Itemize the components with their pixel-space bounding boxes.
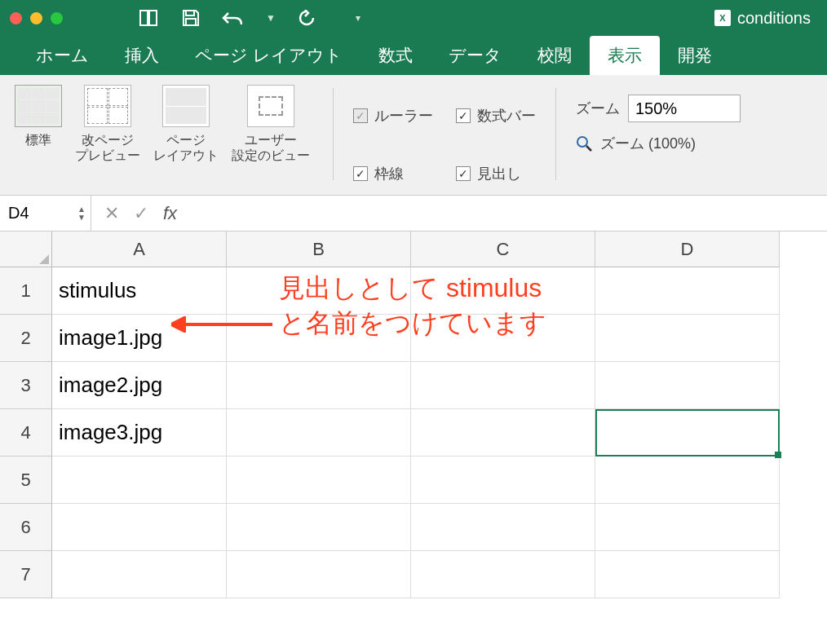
pagelayout-view-icon — [162, 85, 210, 127]
annotation-line1: 見出しとして stimulus — [279, 271, 546, 306]
cell-C3[interactable] — [411, 362, 595, 409]
row-header-3[interactable]: 3 — [0, 362, 52, 409]
enter-icon[interactable]: ✓ — [134, 203, 148, 224]
ribbon-tabs: ホーム 挿入 ページ レイアウト 数式 データ 校閲 表示 開発 — [0, 36, 827, 75]
column-header-C[interactable]: C — [411, 232, 595, 267]
view-pagebreak-label: 改ページ プレビュー — [75, 132, 140, 163]
autosave-icon[interactable] — [139, 9, 160, 27]
zoom-window-button[interactable] — [51, 12, 63, 24]
tab-page-layout[interactable]: ページ レイアウト — [177, 36, 360, 75]
cell-D1[interactable] — [595, 267, 780, 315]
row-header-5[interactable]: 5 — [0, 457, 52, 504]
column-header-B[interactable]: B — [227, 232, 411, 267]
zoom-group: ズーム ズーム (100%) — [576, 82, 741, 195]
row-header-2[interactable]: 2 — [0, 315, 52, 362]
cell-D6[interactable] — [595, 504, 780, 551]
formula-bar: D4 ▲▼ ✕ ✓ fx — [0, 196, 827, 232]
tab-formulas[interactable]: 数式 — [360, 36, 431, 75]
cell-A6[interactable] — [52, 504, 227, 551]
view-pagebreak-button[interactable]: 改ページ プレビュー — [72, 82, 144, 195]
headings-label: 見出し — [477, 164, 521, 183]
zoom-reset-label: ズーム (100%) — [600, 134, 696, 153]
cell-A7[interactable] — [52, 551, 227, 598]
cell-A3[interactable]: image2.jpg — [52, 362, 227, 409]
cell-C7[interactable] — [411, 551, 595, 598]
quick-access-toolbar: ▼ ▾ — [139, 8, 360, 28]
column-header-D[interactable]: D — [595, 232, 780, 267]
fx-icon[interactable]: fx — [163, 203, 177, 224]
formula-input[interactable] — [190, 196, 827, 231]
cancel-icon[interactable]: ✕ — [104, 203, 119, 224]
row-header-7[interactable]: 7 — [0, 551, 52, 598]
cell-D4-selected[interactable] — [595, 409, 780, 457]
cell-D3[interactable] — [595, 362, 780, 409]
ruler-label: ルーラー — [374, 106, 433, 126]
annotation-line2: と名前をつけています — [279, 306, 546, 341]
undo-dropdown-icon[interactable]: ▼ — [266, 12, 276, 24]
gridlines-label: 枠線 — [374, 164, 404, 183]
view-custom-button[interactable]: ユーザー 設定のビュー — [228, 82, 313, 195]
ribbon-separator — [333, 88, 334, 180]
column-headers: A B C D — [52, 232, 780, 267]
save-icon[interactable] — [181, 8, 201, 28]
tab-home[interactable]: ホーム — [18, 36, 107, 75]
cell-B3[interactable] — [227, 362, 411, 409]
cell-B6[interactable] — [227, 504, 411, 551]
cell-D5[interactable] — [595, 457, 780, 504]
row-headers: 1 2 3 4 5 6 7 — [0, 267, 52, 598]
minimize-window-button[interactable] — [30, 12, 42, 24]
cell-B4[interactable] — [227, 409, 411, 457]
tab-review[interactable]: 校閲 — [520, 36, 590, 75]
ruler-checkbox[interactable]: ✓ルーラー — [353, 95, 433, 138]
headings-checkbox[interactable]: ✓見出し — [456, 152, 536, 196]
cell-D7[interactable] — [595, 551, 780, 598]
excel-file-icon: X — [714, 10, 731, 26]
cell-reference: D4 — [8, 204, 29, 223]
cell-C6[interactable] — [411, 504, 595, 551]
cell-A4[interactable]: image3.jpg — [52, 409, 227, 457]
close-window-button[interactable] — [10, 12, 22, 24]
cell-D2[interactable] — [595, 315, 780, 362]
undo-icon[interactable] — [222, 10, 245, 26]
cell-A1[interactable]: stimulus — [52, 267, 227, 315]
tab-insert[interactable]: 挿入 — [107, 36, 177, 75]
cell-C4[interactable] — [411, 409, 595, 457]
document-title-area: X conditions — [714, 9, 811, 28]
cell-A5[interactable] — [52, 457, 227, 504]
annotation-arrow — [171, 316, 276, 333]
view-pagelayout-button[interactable]: ページ レイアウト — [150, 82, 222, 195]
view-custom-label: ユーザー 設定のビュー — [232, 132, 310, 163]
row-header-1[interactable]: 1 — [0, 267, 52, 315]
column-header-A[interactable]: A — [52, 232, 227, 267]
cell-C5[interactable] — [411, 457, 595, 504]
select-all-corner[interactable] — [0, 232, 52, 267]
formulabar-label: 数式バー — [477, 106, 536, 126]
svg-marker-5 — [171, 318, 184, 331]
view-normal-label: 標準 — [25, 132, 51, 148]
view-normal-button[interactable]: 標準 — [11, 82, 65, 195]
zoom-input[interactable] — [628, 95, 741, 122]
title-bar: ▼ ▾ X conditions — [0, 0, 827, 36]
pagebreak-view-icon — [84, 85, 131, 127]
normal-view-icon — [15, 85, 62, 127]
namebox-dropdown-icon[interactable]: ▲▼ — [77, 205, 86, 222]
document-filename: conditions — [737, 9, 811, 28]
qat-customize-icon[interactable]: ▾ — [356, 12, 360, 24]
svg-line-3 — [586, 146, 591, 151]
cell-B5[interactable] — [227, 457, 411, 504]
tab-view[interactable]: 表示 — [590, 36, 660, 75]
name-box[interactable]: D4 ▲▼ — [0, 196, 91, 232]
ribbon-panel: 標準 改ページ プレビュー ページ レイアウト ユーザー 設定のビュー ✓ルーラ… — [0, 75, 827, 196]
svg-rect-1 — [149, 11, 157, 25]
gridlines-checkbox[interactable]: ✓枠線 — [353, 152, 433, 196]
formulabar-checkbox[interactable]: ✓数式バー — [456, 95, 536, 138]
redo-icon[interactable] — [297, 10, 316, 26]
cell-B7[interactable] — [227, 551, 411, 598]
tab-developer[interactable]: 開発 — [660, 36, 730, 75]
magnifier-icon — [576, 135, 592, 152]
workbook-views-group: 標準 改ページ プレビュー ページ レイアウト ユーザー 設定のビュー — [11, 82, 313, 195]
zoom-reset-button[interactable]: ズーム (100%) — [576, 134, 741, 153]
row-header-4[interactable]: 4 — [0, 409, 52, 457]
tab-data[interactable]: データ — [431, 36, 520, 75]
row-header-6[interactable]: 6 — [0, 504, 52, 551]
